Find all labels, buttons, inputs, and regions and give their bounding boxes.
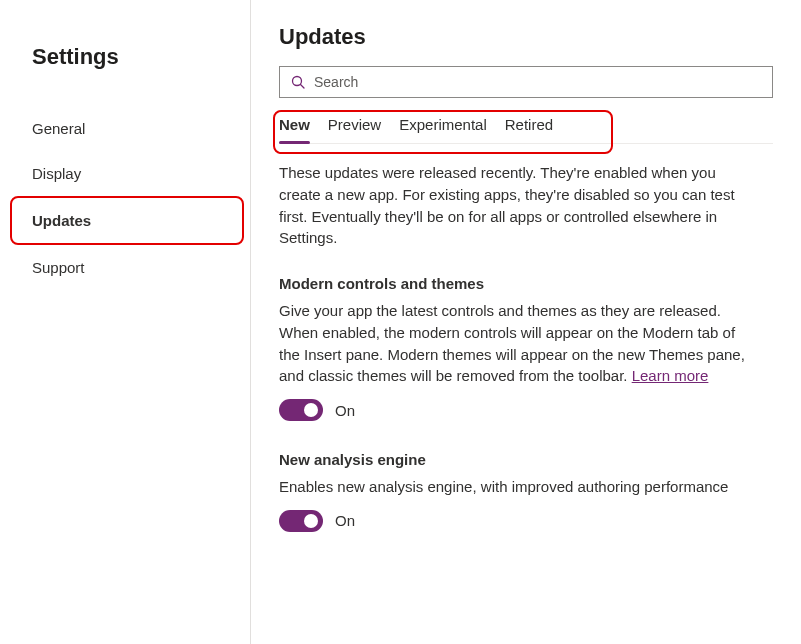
section-desc-modern-controls: Give your app the latest controls and th… xyxy=(279,300,749,387)
section-title-modern-controls: Modern controls and themes xyxy=(279,275,773,292)
svg-line-1 xyxy=(301,85,305,89)
toggle-analysis-engine[interactable] xyxy=(279,510,323,532)
search-input[interactable] xyxy=(314,74,762,90)
toggle-row-modern-controls: On xyxy=(279,399,773,421)
section-desc-analysis-engine: Enables new analysis engine, with improv… xyxy=(279,476,749,498)
sidebar-item-general[interactable]: General xyxy=(0,106,250,151)
sidebar: Settings General Display Updates Support xyxy=(0,0,251,644)
page-title: Updates xyxy=(279,24,773,50)
intro-text: These updates were released recently. Th… xyxy=(279,162,749,249)
toggle-modern-controls[interactable] xyxy=(279,399,323,421)
toggle-knob xyxy=(304,403,318,417)
sidebar-item-display[interactable]: Display xyxy=(0,151,250,196)
tabs-container: New Preview Experimental Retired xyxy=(279,116,773,144)
toggle-row-analysis-engine: On xyxy=(279,510,773,532)
sidebar-item-support[interactable]: Support xyxy=(0,245,250,290)
tab-preview[interactable]: Preview xyxy=(328,116,381,135)
toggle-label-analysis-engine: On xyxy=(335,512,355,529)
tab-experimental[interactable]: Experimental xyxy=(399,116,487,135)
search-icon xyxy=(290,74,306,90)
tab-retired[interactable]: Retired xyxy=(505,116,553,135)
search-box[interactable] xyxy=(279,66,773,98)
learn-more-link[interactable]: Learn more xyxy=(632,367,709,384)
main-panel: Updates New Preview Experimental Retired… xyxy=(251,0,801,644)
sidebar-item-updates[interactable]: Updates xyxy=(10,196,244,245)
toggle-knob xyxy=(304,514,318,528)
section-title-analysis-engine: New analysis engine xyxy=(279,451,773,468)
toggle-label-modern-controls: On xyxy=(335,402,355,419)
sidebar-title: Settings xyxy=(0,44,250,106)
tab-new[interactable]: New xyxy=(279,116,310,135)
